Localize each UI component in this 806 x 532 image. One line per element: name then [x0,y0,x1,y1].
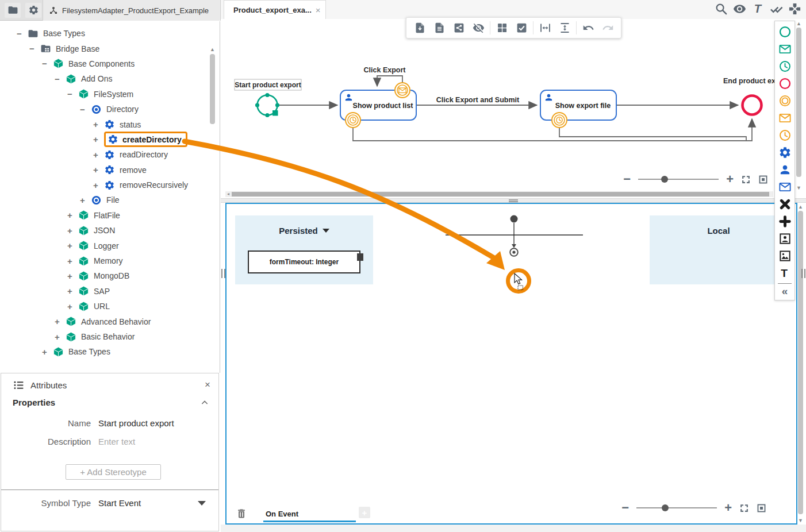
on-event-tab[interactable]: On Event [263,510,356,523]
upper-vertical-scrollbar[interactable]: ▲ ▼ [795,21,803,191]
expand-toggle[interactable]: + [40,347,49,357]
diagram-tab[interactable]: Product_export_exa... × [224,0,326,19]
right-splitter-grip[interactable] [801,269,805,278]
image-icon[interactable] [776,247,793,264]
target-state[interactable] [510,248,518,256]
tree-item-memory[interactable]: +Memory [0,253,220,268]
add-tab-button[interactable]: + [359,507,370,518]
checkbox-icon[interactable] [512,20,531,37]
local-region[interactable]: Local [650,215,788,284]
horizontal-splitter[interactable] [221,198,806,203]
intermediate-timer-event-icon[interactable] [776,126,793,144]
scrollbar-thumb[interactable] [796,28,801,177]
grid-icon[interactable] [492,20,512,37]
intermediate-message-event-icon[interactable] [776,109,793,126]
portrait-icon[interactable] [776,230,793,247]
fullscreen-icon[interactable] [741,175,751,184]
tree-item-add-ons[interactable]: −Add Ons [0,71,220,86]
eye-icon[interactable] [733,2,746,16]
tree-item-flatfile[interactable]: +FlatFile [0,208,220,223]
symbol-type-value[interactable]: Start Event [98,498,141,508]
tab-close-icon[interactable]: × [316,6,321,14]
add-plus-icon[interactable] [776,213,793,230]
activity-diagram-canvas[interactable]: Start product export Show product list C… [221,19,806,198]
tree-item-url[interactable]: +URL [0,299,220,314]
close-x-icon[interactable] [776,195,793,213]
scroll-down-icon[interactable]: ▼ [797,518,804,523]
expand-toggle[interactable]: + [66,210,74,220]
distribute-vertical-icon[interactable] [555,20,574,37]
zoom-out-icon[interactable]: − [621,500,629,515]
tree-scrollbar[interactable]: ▲ ▼ [209,47,216,373]
scroll-up-icon[interactable]: ▲ [795,21,803,26]
scroll-up-icon[interactable]: ▲ [209,47,216,52]
upper-horizontal-scrollbar[interactable]: ◂ [225,191,773,197]
hide-eye-icon[interactable] [469,20,488,37]
collapse-toggle[interactable]: − [78,105,87,114]
tree-item-base-types[interactable]: −Base Types [0,26,220,41]
scrollbar-thumb[interactable] [798,211,803,514]
zoom-slider-knob[interactable] [662,504,669,511]
tree-item-directory[interactable]: −Directory [0,102,220,117]
collapse-toggle[interactable]: − [28,44,36,53]
scroll-up-icon[interactable]: ▲ [797,204,804,210]
tree-item-advanced-behavior[interactable]: +Advanced Behavior [0,314,220,329]
zoom-in-icon[interactable]: + [726,172,734,187]
tree-item-mongodb[interactable]: +MongoDB [0,268,220,283]
add-stereotype-button[interactable]: + Add Stereotype [66,464,161,480]
fullscreen-icon[interactable] [739,503,749,513]
expand-toggle[interactable]: + [66,256,74,266]
region-dropdown-caret-icon[interactable] [323,229,329,233]
tree-item-status[interactable]: +status [0,117,220,132]
search-icon[interactable] [715,2,728,16]
trash-icon[interactable] [236,508,247,519]
start-timer-event-icon[interactable] [776,57,793,75]
dropdown-caret-icon[interactable] [198,501,206,506]
expand-toggle[interactable]: + [66,302,74,311]
tree-item-readDirectory[interactable]: +readDirectory [0,147,220,162]
expand-toggle[interactable]: + [91,165,100,175]
user-task-person-icon[interactable] [776,161,793,178]
intermediate-event-icon[interactable] [776,92,793,109]
zoom-out-icon[interactable]: − [623,172,631,187]
lower-vertical-scrollbar[interactable]: ▲ ▼ [797,204,804,523]
message-boundary-event[interactable] [395,83,410,98]
start-message-event-icon[interactable] [776,40,793,57]
state-machine-canvas[interactable]: Persisted formTimeout: Integer Local [225,203,797,525]
components-icon[interactable] [788,2,801,16]
chevron-up-icon[interactable] [200,398,209,407]
tree-item-sap[interactable]: +SAP [0,284,220,299]
tree-item-json[interactable]: +JSON [0,223,220,238]
action-gear-icon[interactable] [776,144,793,161]
description-placeholder[interactable]: Enter text [98,437,135,446]
splitter-grip[interactable] [509,199,518,202]
tree-item-removeRecursively[interactable]: +removeRecursively [0,178,220,192]
attribute-box[interactable]: formTimeout: Integer [248,250,360,273]
drop-target-ring[interactable] [508,271,529,292]
timer-boundary-event-1[interactable] [346,113,360,128]
start-event[interactable]: Start product export [235,79,301,117]
undo-icon[interactable] [578,20,598,37]
expand-toggle[interactable]: + [91,180,100,190]
tree-item-file[interactable]: +File [0,192,220,207]
expand-toggle[interactable]: + [78,195,87,205]
task-show-export-file[interactable]: Show export file [540,90,616,128]
zoom-slider[interactable] [638,179,719,180]
scroll-down-icon[interactable]: ▼ [795,185,803,191]
document-icon[interactable] [429,20,449,37]
close-icon[interactable]: × [205,379,210,391]
download-file-icon[interactable] [410,20,429,37]
tree-item-logger[interactable]: +Logger [0,238,220,253]
name-value[interactable]: Start product export [98,418,174,428]
expand-toggle[interactable]: + [91,150,100,160]
collapse-toggle[interactable]: − [15,29,24,38]
send-task-envelope-icon[interactable] [776,178,793,195]
end-event-circle-icon[interactable] [776,75,793,92]
project-tab[interactable]: FilesystemAdapter_ProductExport_Example [43,0,221,21]
task-show-product-list[interactable]: Show product list Click Export [340,66,416,128]
left-splitter-grip[interactable] [221,269,225,278]
collapse-chevrons-icon[interactable]: « [782,286,788,299]
start-event-circle-icon[interactable] [776,23,793,40]
tree-item-filesystem[interactable]: −FileSystem [0,87,220,102]
scrollbar-thumb[interactable] [210,54,215,124]
